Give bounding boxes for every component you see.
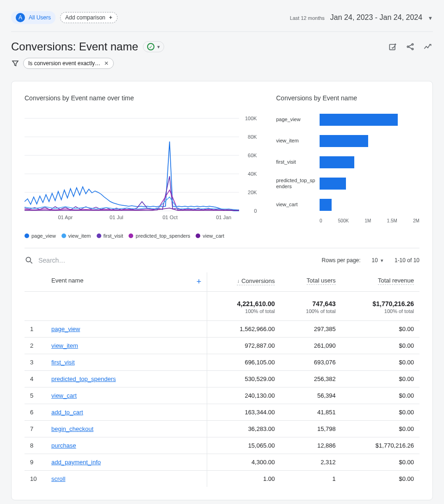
- segment-label: All Users: [29, 14, 51, 21]
- row-index: 2: [25, 338, 46, 354]
- row-index: 1: [25, 321, 46, 338]
- bar-row: page_view: [276, 109, 419, 130]
- chevron-down-icon: ▾: [157, 44, 160, 50]
- customize-report-icon[interactable]: [388, 42, 398, 52]
- bar-label: view_item: [276, 138, 320, 144]
- row-index: 8: [25, 437, 46, 454]
- event-link[interactable]: begin_checkout: [51, 425, 93, 432]
- column-total-revenue[interactable]: Total revenue: [378, 277, 414, 285]
- event-link[interactable]: scroll: [51, 475, 65, 482]
- date-range[interactable]: Jan 24, 2023 - Jan 24, 2024: [330, 13, 422, 22]
- svg-text:80K: 80K: [248, 135, 257, 140]
- close-icon[interactable]: ✕: [104, 60, 109, 67]
- total-conversions: 4,221,610.00: [237, 300, 275, 307]
- share-icon[interactable]: [405, 42, 415, 52]
- bar-fill: [320, 199, 332, 211]
- table-row: 5view_cart240,130.0056,394$0.00: [25, 387, 419, 404]
- verified-chip[interactable]: ✓ ▾: [143, 41, 164, 52]
- cell-users: 297,385: [280, 321, 341, 338]
- cell-conversions: 163,344.00: [207, 404, 280, 421]
- table-row: 4predicted_top_spenders530,529.00256,382…: [25, 371, 419, 387]
- filter-chip-label: Is conversion event exactly…: [28, 60, 100, 67]
- total-sub: 100% of total: [213, 308, 275, 314]
- event-link[interactable]: view_cart: [51, 392, 77, 399]
- svg-text:01 Apr: 01 Apr: [58, 215, 73, 220]
- insights-icon[interactable]: [423, 42, 433, 52]
- series-first-visit: [25, 176, 239, 210]
- legend-item-label: view_cart: [203, 233, 224, 239]
- row-index: 5: [25, 387, 46, 404]
- event-link[interactable]: add_payment_info: [51, 459, 101, 466]
- column-conversions[interactable]: ↓Conversions: [237, 277, 275, 285]
- event-link[interactable]: page_view: [51, 326, 80, 332]
- legend-item-label: first_visit: [104, 233, 123, 239]
- filter-icon[interactable]: [11, 59, 19, 68]
- add-dimension-button[interactable]: +: [197, 277, 202, 287]
- cell-users: 261,090: [280, 338, 341, 354]
- event-link[interactable]: purchase: [51, 442, 76, 449]
- page-title: Conversions: Event name: [11, 40, 138, 53]
- legend-item-label: view_item: [68, 233, 91, 239]
- total-sub: 100% of total: [286, 308, 336, 314]
- filter-bar: Is conversion event exactly… ✕: [11, 58, 433, 69]
- check-icon: ✓: [147, 43, 154, 50]
- cell-revenue: $0.00: [341, 321, 419, 338]
- cell-conversions: 1.00: [207, 471, 280, 487]
- cell-conversions: 696,105.00: [207, 354, 280, 371]
- table-row: 6add_to_cart163,344.0041,851$0.00: [25, 404, 419, 421]
- table-row: 10scroll1.001$0.00: [25, 471, 419, 487]
- svg-text:60K: 60K: [248, 153, 257, 158]
- cell-revenue: $0.00: [341, 421, 419, 437]
- filter-chip[interactable]: Is conversion event exactly… ✕: [23, 58, 114, 69]
- cell-revenue: $0.00: [341, 471, 419, 487]
- search-input[interactable]: [38, 257, 317, 264]
- add-comparison-label: Add comparison: [65, 14, 105, 21]
- table-row: 2view_item972,887.00261,090$0.00: [25, 338, 419, 354]
- cell-users: 1: [280, 471, 341, 487]
- add-comparison-button[interactable]: Add comparison +: [60, 12, 117, 23]
- cell-users: 256,382: [280, 371, 341, 387]
- cell-users: 56,394: [280, 387, 341, 404]
- chevron-down-icon[interactable]: ▼: [428, 15, 433, 21]
- segment-chip[interactable]: A All Users: [11, 11, 56, 24]
- table-row: 1page_view1,562,966.00297,385$0.00: [25, 321, 419, 338]
- table-row: 7begin_checkout36,283.0015,798$0.00: [25, 421, 419, 437]
- row-index: 3: [25, 354, 46, 371]
- search-icon[interactable]: [25, 256, 34, 265]
- bar-chart: Conversions by Event name page_viewview_…: [276, 94, 419, 239]
- chevron-down-icon: ▾: [381, 258, 383, 264]
- cell-conversions: 1,562,966.00: [207, 321, 280, 338]
- page-heading: Conversions: Event name ✓ ▾: [11, 40, 433, 53]
- cell-conversions: 240,130.00: [207, 387, 280, 404]
- svg-text:40K: 40K: [248, 172, 257, 177]
- event-link[interactable]: predicted_top_spenders: [51, 375, 116, 382]
- period-label: Last 12 months: [290, 15, 325, 21]
- cell-conversions: 530,529.00: [207, 371, 280, 387]
- column-total-users[interactable]: Total users: [307, 277, 336, 285]
- cell-users: 2,312: [280, 454, 341, 471]
- bar-chart-title: Conversions by Event name: [276, 94, 419, 102]
- event-link[interactable]: view_item: [51, 342, 78, 349]
- cell-users: 15,798: [280, 421, 341, 437]
- pagination-range: 1-10 of 10: [395, 257, 419, 264]
- total-users: 747,643: [312, 300, 336, 307]
- series-view-item: [25, 197, 239, 210]
- bar-fill: [320, 135, 368, 147]
- bar-row: predicted_top_spenders: [276, 173, 419, 194]
- rows-per-page-select[interactable]: 10 ▾: [372, 257, 383, 264]
- cell-users: 693,076: [280, 354, 341, 371]
- event-link[interactable]: first_visit: [51, 359, 75, 366]
- column-event-name[interactable]: Event name: [51, 277, 83, 284]
- row-index: 10: [25, 471, 46, 487]
- data-table: Event name + ↓Conversions Total users To…: [25, 272, 419, 487]
- total-sub: 100% of total: [347, 308, 414, 314]
- totals-row: 4,221,610.00100% of total 747,643100% of…: [25, 292, 419, 321]
- svg-point-2: [412, 43, 413, 45]
- svg-text:01 Jan: 01 Jan: [216, 215, 231, 220]
- event-link[interactable]: add_to_cart: [51, 409, 83, 416]
- rows-per-page-value: 10: [372, 257, 378, 264]
- cell-users: 41,851: [280, 404, 341, 421]
- bar-chart-axis: 0500K1M1.5M2M: [320, 218, 419, 223]
- legend-item-label: predicted_top_spenders: [136, 233, 190, 239]
- cell-conversions: 4,300.00: [207, 454, 280, 471]
